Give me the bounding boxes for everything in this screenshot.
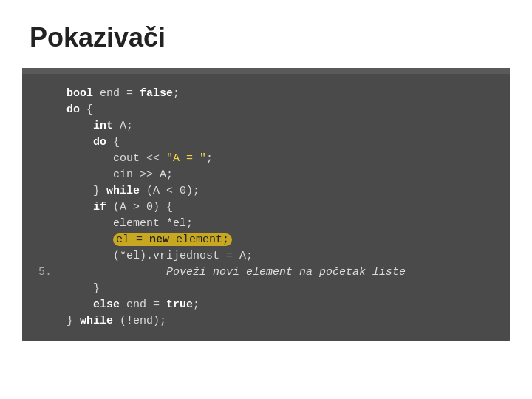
ln-10 [37, 232, 52, 248]
code-line-10: el = new element; [66, 232, 495, 248]
ln-12: 5. [37, 265, 52, 281]
ln-3 [37, 118, 52, 134]
code-line-6: cin >> A; [66, 167, 495, 183]
code-line-11: (*el).vrijednost = A; [66, 248, 495, 265]
code-line-8: if (A > 0) { [66, 200, 495, 216]
code-line-4: do { [66, 134, 495, 151]
code-line-9: element *el; [66, 216, 495, 232]
ln-4 [37, 134, 52, 151]
code-container: 5. bool end = false; do { int A; do { co… [22, 68, 510, 341]
ln-13 [37, 281, 52, 297]
ln-14 [37, 297, 52, 313]
ln-9 [37, 216, 52, 232]
code-line-7: } while (A < 0); [66, 183, 495, 200]
ln-2 [37, 102, 52, 118]
line-numbers: 5. [37, 86, 52, 330]
code-header-bar [22, 68, 510, 74]
code-line-3: int A; [66, 118, 495, 134]
ln-8 [37, 200, 52, 216]
ln-7 [37, 183, 52, 200]
code-body: 5. bool end = false; do { int A; do { co… [22, 74, 510, 341]
code-line-5: cout << "A = "; [66, 151, 495, 167]
code-line-14: else end = true; [66, 297, 495, 313]
code-line-1: bool end = false; [66, 86, 495, 102]
ln-6 [37, 167, 52, 183]
code-line-15: } while (!end); [66, 313, 495, 330]
code-line-12: Poveži novi element na početak liste [66, 265, 495, 281]
ln-5 [37, 151, 52, 167]
ln-1 [37, 86, 52, 102]
ln-15 [37, 313, 52, 330]
code-line-2: do { [66, 102, 495, 118]
ln-11 [37, 248, 52, 265]
code-content: bool end = false; do { int A; do { cout … [66, 86, 495, 330]
code-line-13: } [66, 281, 495, 297]
page-title: Pokazivači [0, 0, 532, 68]
